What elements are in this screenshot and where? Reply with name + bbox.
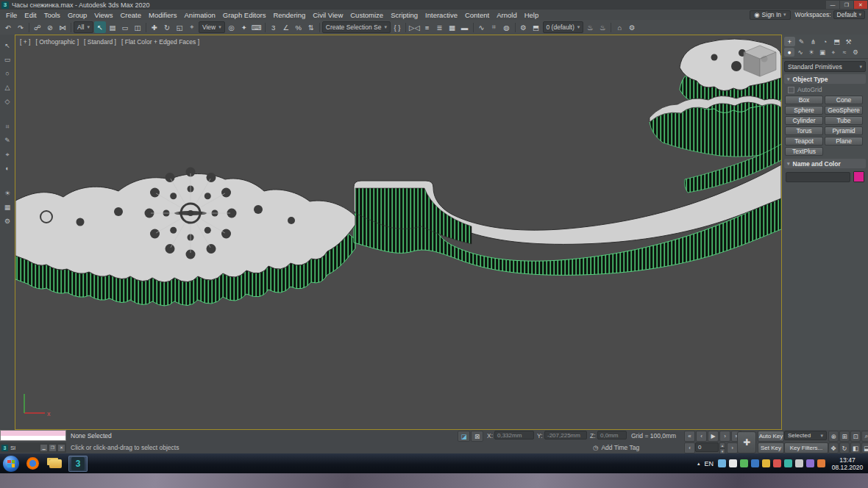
taskbar-clock[interactable]: 13:47 08.12.2020 (828, 456, 867, 471)
minimize-button[interactable]: — (826, 1, 839, 9)
primitive-button-sphere[interactable]: Sphere (785, 106, 823, 115)
menu-item-animation[interactable]: Animation (181, 11, 219, 19)
left-tool-diamond-button[interactable]: ◇ (2, 96, 13, 107)
menu-item-modifiers[interactable]: Modifiers (145, 11, 181, 19)
category-spacewarps-icon[interactable]: ≈ (839, 48, 850, 57)
x-coordinate-field[interactable]: 0,332mm (494, 431, 534, 439)
menu-item-tools[interactable]: Tools (40, 11, 64, 19)
keyboard-override-button[interactable]: ⌨ (251, 21, 263, 33)
viewport-general-menu[interactable]: [ + ] (20, 38, 30, 46)
viewport-pov-menu[interactable]: [ Orthographic ] (35, 38, 79, 46)
current-frame-field[interactable]: 0 (695, 442, 719, 452)
render-iterative-button[interactable]: ♨ (597, 21, 608, 33)
primitives-dropdown[interactable]: Standard Primitives ▾ (784, 61, 866, 72)
tab-motion-icon[interactable]: ◔ (819, 37, 830, 46)
listener-window-strip[interactable]: 3 Sl ▁ ❐ ✕ (0, 442, 66, 453)
isolate-selection-toggle[interactable]: ◪ (458, 431, 470, 442)
menu-item-edit[interactable]: Edit (21, 11, 40, 19)
tray-icon-3[interactable] (740, 459, 748, 467)
left-tool-grid-button[interactable]: ⌗ (2, 121, 13, 132)
left-tool-select-button[interactable]: ↖ (2, 40, 13, 51)
align-button[interactable]: ≡ (421, 21, 433, 33)
left-tool-gear-button[interactable]: ⚙ (2, 216, 13, 226)
menu-item-graph-editors[interactable]: Graph Editors (219, 11, 270, 19)
viewport-canvas[interactable]: x (15, 35, 781, 429)
left-tool-polygon-button[interactable]: △ (2, 82, 13, 93)
menu-item-file[interactable]: File (2, 11, 21, 19)
left-tool-rectangle-button[interactable]: ▭ (2, 54, 13, 65)
pan-icon[interactable]: ✥ (828, 442, 839, 453)
menu-item-arnold[interactable]: Arnold (493, 11, 520, 19)
object-type-rollout[interactable]: ▾ Object Type (784, 74, 866, 84)
auto-key-button[interactable]: Auto Key (758, 431, 784, 442)
menu-item-rendering[interactable]: Rendering (269, 11, 309, 19)
tray-icon-1[interactable] (718, 459, 726, 467)
pov-icon[interactable]: ◧ (850, 442, 861, 453)
menu-item-create[interactable]: Create (116, 11, 145, 19)
tray-icon-5[interactable] (762, 459, 770, 467)
primitive-button-cylinder[interactable]: Cylinder (785, 116, 823, 125)
menu-item-interactive[interactable]: Interactive (421, 11, 461, 19)
category-cameras-icon[interactable]: ▣ (817, 48, 828, 57)
previous-frame-button[interactable]: ‹ (696, 431, 707, 442)
close-button[interactable]: ✕ (854, 1, 867, 9)
redo-button[interactable]: ↷ (15, 21, 26, 33)
mirror-button[interactable]: ▷◁ (408, 21, 421, 33)
category-geometry-icon[interactable]: ● (784, 48, 794, 57)
category-helpers-icon[interactable]: ⌖ (828, 48, 839, 57)
spinner-snap-button[interactable]: ⇅ (305, 21, 317, 33)
reference-coordinate-dropdown[interactable]: View ▾ (199, 21, 225, 33)
sign-in-button[interactable]: ◉ Sign In ▾ (750, 10, 790, 20)
menu-item-views[interactable]: Views (90, 11, 116, 19)
tray-icon-4[interactable] (751, 459, 759, 467)
select-and-manipulate-button[interactable]: ✦ (238, 21, 250, 33)
select-and-scale-button[interactable]: ◱ (174, 21, 185, 33)
window-crossing-button[interactable]: ◫ (132, 21, 143, 33)
tab-display-icon[interactable]: ⬒ (831, 37, 842, 46)
object-color-swatch[interactable] (853, 171, 864, 182)
selection-lock-toggle[interactable]: ⊠ (471, 431, 483, 442)
go-to-start-button[interactable]: « (684, 431, 695, 442)
scene-explorer-button[interactable]: ▦ (447, 21, 458, 33)
edit-named-sets-button[interactable]: { } (391, 21, 403, 33)
menu-item-civil-view[interactable]: Civil View (309, 11, 346, 19)
schematic-view-button[interactable]: ⌗ (488, 21, 500, 33)
workspace-home-button[interactable]: ⌂ (613, 21, 625, 33)
name-color-rollout[interactable]: ▾ Name and Color (784, 159, 866, 168)
frame-spinner[interactable]: ▴ ▾ (719, 442, 725, 452)
menu-item-customize[interactable]: Customize (346, 11, 387, 19)
left-tool-pen-button[interactable]: ✎ (2, 135, 13, 146)
play-button[interactable]: ▶ (708, 431, 719, 442)
zoom-extents-icon[interactable]: ⊡ (850, 431, 861, 442)
rendered-frame-button[interactable]: ⬒ (530, 21, 542, 33)
left-tool-target-button[interactable]: ⌖ (2, 149, 13, 159)
tray-icon-10[interactable] (817, 459, 825, 467)
taskbar-3dsmax-button[interactable]: 3 (68, 456, 88, 472)
tab-modify-icon[interactable]: ✎ (796, 37, 807, 46)
curve-editor-button[interactable]: ∿ (476, 21, 488, 33)
start-button[interactable] (3, 456, 19, 472)
primitive-button-cone[interactable]: Cone (825, 96, 863, 104)
frame-back-button[interactable]: ‹ (684, 442, 695, 453)
workspaces-dropdown[interactable]: Default ▾ (833, 10, 865, 19)
tray-icon-6[interactable] (773, 459, 781, 467)
zoom-region-icon[interactable]: ⌕ (861, 431, 868, 442)
taskbar-folder-button[interactable] (46, 456, 65, 472)
viewport[interactable]: x [ + ] [ Orthographic ] [ Standard ] [ … (15, 35, 782, 430)
material-editor-button[interactable]: ◍ (501, 21, 513, 33)
menu-item-content[interactable]: Content (461, 11, 493, 19)
primitive-button-geosphere[interactable]: GeoSphere (825, 106, 863, 115)
frame-forward-button[interactable]: › (727, 442, 738, 453)
select-by-name-button[interactable]: ▤ (107, 21, 118, 33)
listener-restore-button[interactable]: ❐ (49, 445, 56, 451)
select-and-move-button[interactable]: ✚ (149, 21, 160, 33)
maximize-button[interactable]: ❐ (840, 1, 853, 9)
y-coordinate-field[interactable]: -207,225mm (544, 431, 587, 439)
select-and-rotate-button[interactable]: ↻ (161, 21, 173, 33)
category-shapes-icon[interactable]: ∿ (795, 48, 805, 57)
render-preset-dropdown[interactable]: 0 (default) ▾ (543, 21, 584, 33)
menu-item-group[interactable]: Group (64, 11, 90, 19)
z-coordinate-field[interactable]: 0,0mm (597, 431, 627, 439)
viewcube[interactable] (744, 46, 776, 76)
render-production-button[interactable]: ♨ (584, 21, 596, 33)
